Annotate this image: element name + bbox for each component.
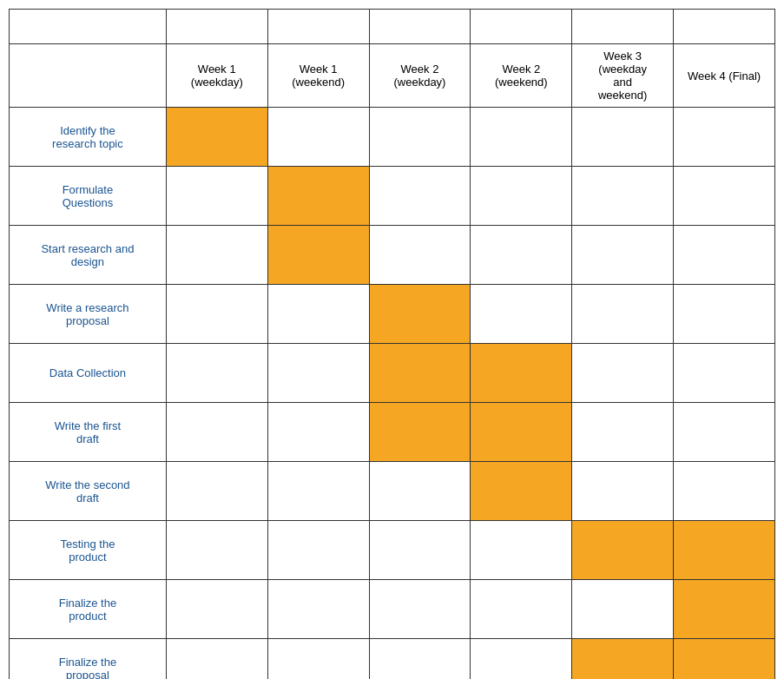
gantt-cell xyxy=(471,403,572,462)
gantt-cell xyxy=(166,521,267,580)
header-w3-empty xyxy=(572,10,674,44)
gantt-cell xyxy=(267,344,369,403)
gantt-cell xyxy=(572,285,674,344)
header-w3: Week 3(weekdayandweekend) xyxy=(572,44,674,108)
header-w1-empty-2 xyxy=(267,10,369,44)
gantt-cell xyxy=(166,639,267,680)
gantt-cell xyxy=(267,580,369,639)
gantt-cell xyxy=(471,285,572,344)
table-row: Write the firstdraft xyxy=(10,403,775,462)
gantt-cell xyxy=(267,226,369,285)
table-row: Testing theproduct xyxy=(10,521,775,580)
header-w4-empty xyxy=(674,10,775,44)
header-row-labels: Week 1(weekday) Week 1(weekend) Week 2(w… xyxy=(10,44,775,108)
gantt-cell xyxy=(572,344,674,403)
task-label: Data Collection xyxy=(10,344,167,403)
gantt-cell xyxy=(674,344,775,403)
gantt-cell xyxy=(267,167,369,226)
gantt-cell xyxy=(267,639,369,680)
task-label: Write the seconddraft xyxy=(10,462,167,521)
table-row: Write the seconddraft xyxy=(10,462,775,521)
header-w2-weekend: Week 2(weekend) xyxy=(471,44,572,108)
gantt-cell xyxy=(572,639,674,680)
gantt-cell xyxy=(267,521,369,580)
gantt-cell xyxy=(572,521,674,580)
task-label: Start research anddesign xyxy=(10,226,167,285)
header-w1-weekday: Week 1(weekday) xyxy=(166,44,267,108)
gantt-cell xyxy=(572,580,674,639)
gantt-cell xyxy=(674,285,775,344)
gantt-cell xyxy=(369,639,471,680)
header-w2-weekday: Week 2(weekday) xyxy=(369,44,471,108)
gantt-cell xyxy=(674,108,775,167)
gantt-cell xyxy=(369,167,471,226)
task-label: Write the firstdraft xyxy=(10,403,167,462)
gantt-cell xyxy=(166,344,267,403)
gantt-cell xyxy=(369,403,471,462)
gantt-cell xyxy=(572,167,674,226)
table-row: Data Collection xyxy=(10,344,775,403)
header-task-col xyxy=(10,44,167,108)
gantt-cell xyxy=(674,580,775,639)
header-row-top xyxy=(10,10,775,44)
gantt-cell xyxy=(267,403,369,462)
table-row: Start research anddesign xyxy=(10,226,775,285)
gantt-cell xyxy=(471,580,572,639)
gantt-cell xyxy=(471,108,572,167)
gantt-cell xyxy=(674,521,775,580)
gantt-cell xyxy=(369,344,471,403)
gantt-cell xyxy=(369,226,471,285)
gantt-cell xyxy=(471,226,572,285)
gantt-cell xyxy=(471,167,572,226)
table-row: Write a researchproposal xyxy=(10,285,775,344)
gantt-cell xyxy=(674,462,775,521)
gantt-cell xyxy=(166,167,267,226)
gantt-cell xyxy=(471,462,572,521)
gantt-cell xyxy=(572,226,674,285)
header-task-empty xyxy=(10,10,167,44)
task-label: Testing theproduct xyxy=(10,521,167,580)
header-w2-empty-1 xyxy=(369,10,471,44)
gantt-cell xyxy=(369,285,471,344)
gantt-cell xyxy=(471,639,572,680)
header-w4: Week 4 (Final) xyxy=(674,44,775,108)
gantt-cell xyxy=(674,403,775,462)
table-row: FormulateQuestions xyxy=(10,167,775,226)
gantt-cell xyxy=(166,580,267,639)
gantt-cell xyxy=(369,108,471,167)
gantt-cell xyxy=(471,521,572,580)
task-label: Finalize theproposal xyxy=(10,639,167,680)
gantt-cell xyxy=(369,521,471,580)
task-label: Identify theresearch topic xyxy=(10,108,167,167)
gantt-chart: Week 1(weekday) Week 1(weekend) Week 2(w… xyxy=(9,9,775,679)
gantt-cell xyxy=(267,285,369,344)
table-row: Finalize theproduct xyxy=(10,580,775,639)
gantt-cell xyxy=(674,167,775,226)
gantt-cell xyxy=(674,226,775,285)
gantt-cell xyxy=(166,285,267,344)
header-w1-weekend: Week 1(weekend) xyxy=(267,44,369,108)
gantt-cell xyxy=(471,344,572,403)
gantt-cell xyxy=(572,403,674,462)
header-w1-empty-1 xyxy=(166,10,267,44)
gantt-cell xyxy=(267,462,369,521)
gantt-cell xyxy=(674,639,775,680)
task-label: FormulateQuestions xyxy=(10,167,167,226)
gantt-cell xyxy=(267,108,369,167)
gantt-cell xyxy=(166,403,267,462)
gantt-cell xyxy=(572,462,674,521)
gantt-cell xyxy=(572,108,674,167)
task-label: Finalize theproduct xyxy=(10,580,167,639)
header-w2-empty-2 xyxy=(471,10,572,44)
gantt-cell xyxy=(166,462,267,521)
gantt-cell xyxy=(166,226,267,285)
task-label: Write a researchproposal xyxy=(10,285,167,344)
gantt-cell xyxy=(166,108,267,167)
table-row: Identify theresearch topic xyxy=(10,108,775,167)
table-row: Finalize theproposal xyxy=(10,639,775,680)
gantt-cell xyxy=(369,580,471,639)
gantt-cell xyxy=(369,462,471,521)
